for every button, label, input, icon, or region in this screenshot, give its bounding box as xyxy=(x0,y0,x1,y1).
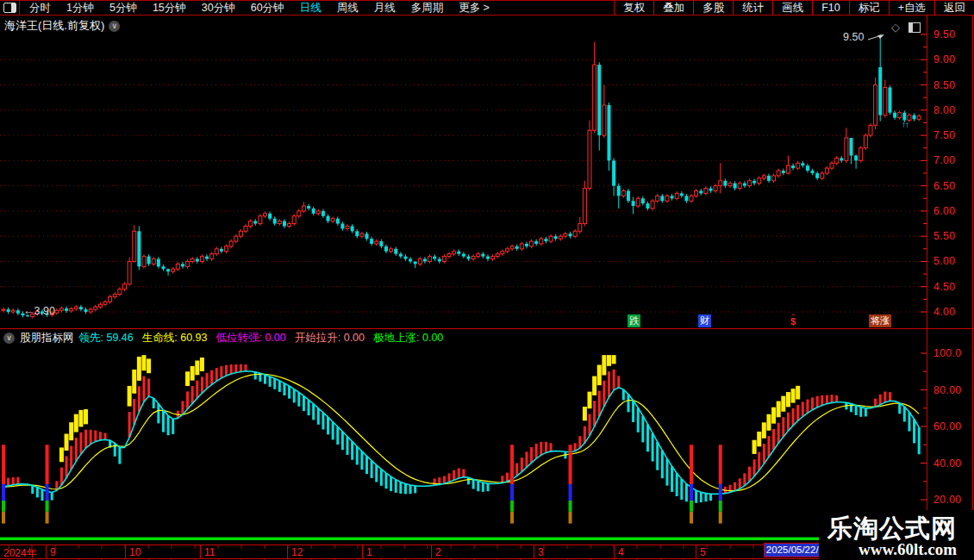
price-axis-label-5.00: 5.00 xyxy=(933,255,955,267)
price-axis-label-6.00: 6.00 xyxy=(933,205,955,217)
tool-button-8[interactable]: 返回 xyxy=(934,1,974,15)
signal-badge-0: 跌 xyxy=(627,314,640,327)
watermark: 乐淘公式网 www.60lt.com xyxy=(819,513,957,560)
tool-buttons: 复权叠加多股统计画线F10标记+自选返回 xyxy=(614,0,974,16)
price-axis-label-4.50: 4.50 xyxy=(933,281,955,293)
split-window-icon[interactable] xyxy=(908,22,921,33)
indicator-field-3: 开始拉升: 0.00 xyxy=(295,332,365,344)
period-tab-1[interactable]: 1分钟 xyxy=(59,1,102,16)
indicator-axis-label-100.0: 100.0 xyxy=(933,347,962,359)
timeline-month-9: 9 xyxy=(50,546,56,558)
timeline-month-10: 10 xyxy=(129,546,140,558)
period-tab-7[interactable]: 周线 xyxy=(329,1,366,16)
window-layout-icon[interactable] xyxy=(3,3,16,13)
tool-button-1[interactable]: 叠加 xyxy=(653,1,693,15)
price-axis-label-7.00: 7.00 xyxy=(933,154,955,166)
indicator-field-0: 领先: 59.46 xyxy=(79,332,134,344)
indicator-axis-label-20.00: 20.00 xyxy=(933,494,962,506)
chart-canvas xyxy=(0,0,974,560)
indicator-chevron-icon[interactable]: ∨ xyxy=(3,333,15,344)
timeline-month-2: 2 xyxy=(435,546,441,558)
low-price-annotation: ←3.90 xyxy=(23,305,55,317)
period-tab-3[interactable]: 15分钟 xyxy=(145,1,194,16)
indicator-header: ∨ 股朋指标网 领先: 59.46生命线: 60.93低位转强: 0.00开始拉… xyxy=(3,331,452,345)
price-axis-label-9.50: 9.50 xyxy=(933,28,955,40)
watermark-site-name: 乐淘公式网 xyxy=(827,515,957,541)
price-axis-label-6.50: 6.50 xyxy=(933,180,955,192)
price-axis-label-9.00: 9.00 xyxy=(933,53,955,65)
timeline-month-4: 4 xyxy=(618,546,624,558)
tool-button-6[interactable]: 标记 xyxy=(849,1,889,15)
price-axis-label-5.50: 5.50 xyxy=(933,230,955,242)
timeline-month-3: 3 xyxy=(538,546,544,558)
period-tab-10[interactable]: 更多 > xyxy=(451,1,497,16)
indicator-values: 领先: 59.46生命线: 60.93低位转强: 0.00开始拉升: 0.00极… xyxy=(79,331,453,345)
tool-button-3[interactable]: 统计 xyxy=(733,1,772,15)
tool-button-2[interactable]: 多股 xyxy=(693,1,733,15)
price-axis-label-8.50: 8.50 xyxy=(933,79,955,91)
timeline-month-12: 12 xyxy=(291,546,303,558)
price-axis-label-8.00: 8.00 xyxy=(933,104,955,116)
watermark-url: www.60lt.com xyxy=(827,541,957,558)
chart-corner-icons: ◇ xyxy=(891,22,921,33)
tool-button-0[interactable]: 复权 xyxy=(614,1,653,15)
signal-badge-2: ˆ$ xyxy=(790,314,796,327)
tool-button-5[interactable]: F10 xyxy=(812,1,849,15)
indicator-source: 股朋指标网 xyxy=(20,331,74,345)
period-tab-5[interactable]: 60分钟 xyxy=(243,1,292,16)
timeline-year-label: 2024年 xyxy=(3,546,37,560)
signal-badge-3: 将涨 xyxy=(869,314,891,327)
tool-button-7[interactable]: +自选 xyxy=(889,1,934,15)
high-price-annotation: 9.50 xyxy=(843,31,864,43)
trading-terminal-window: 分时1分钟5分钟15分钟30分钟60分钟日线周线月线多周期更多 > 复权叠加多股… xyxy=(0,0,974,560)
up-arrows-annotation: ↑↑ xyxy=(902,120,908,129)
timeline-month-1: 1 xyxy=(366,546,372,558)
chart-title: 海洋王(日线.前复权) xyxy=(4,18,104,34)
indicator-axis-label-80.00: 80.00 xyxy=(933,384,962,396)
period-tab-4[interactable]: 30分钟 xyxy=(194,1,243,16)
period-tab-2[interactable]: 5分钟 xyxy=(102,1,145,16)
timeline-month-5: 5 xyxy=(700,546,706,558)
period-tab-9[interactable]: 多周期 xyxy=(403,1,452,16)
timeline-month-11: 11 xyxy=(204,546,215,558)
indicator-field-4: 极地上涨: 0.00 xyxy=(373,332,443,344)
tool-button-4[interactable]: 画线 xyxy=(772,1,812,15)
period-toolbar: 分时1分钟5分钟15分钟30分钟60分钟日线周线月线多周期更多 > 复权叠加多股… xyxy=(0,0,974,16)
indicator-field-2: 低位转强: 0.00 xyxy=(215,332,285,344)
indicator-axis-label-60.00: 60.00 xyxy=(933,420,962,432)
diamond-icon[interactable]: ◇ xyxy=(891,22,900,33)
indicator-field-1: 生命线: 60.93 xyxy=(142,332,208,344)
price-axis-label-4.00: 4.00 xyxy=(933,306,955,318)
signal-badge-1: 财 xyxy=(698,314,711,327)
period-tabs: 分时1分钟5分钟15分钟30分钟60分钟日线周线月线多周期更多 > xyxy=(22,0,497,16)
period-tab-6[interactable]: 日线 xyxy=(292,1,329,16)
indicator-axis-label-40.00: 40.00 xyxy=(933,457,962,470)
period-tab-8[interactable]: 月线 xyxy=(366,1,403,16)
chevron-down-icon[interactable]: ∨ xyxy=(109,21,120,32)
price-axis-label-7.50: 7.50 xyxy=(933,129,955,141)
chart-title-row: 海洋王(日线.前复权) ∨ xyxy=(4,18,120,34)
period-tab-0[interactable]: 分时 xyxy=(22,1,59,16)
